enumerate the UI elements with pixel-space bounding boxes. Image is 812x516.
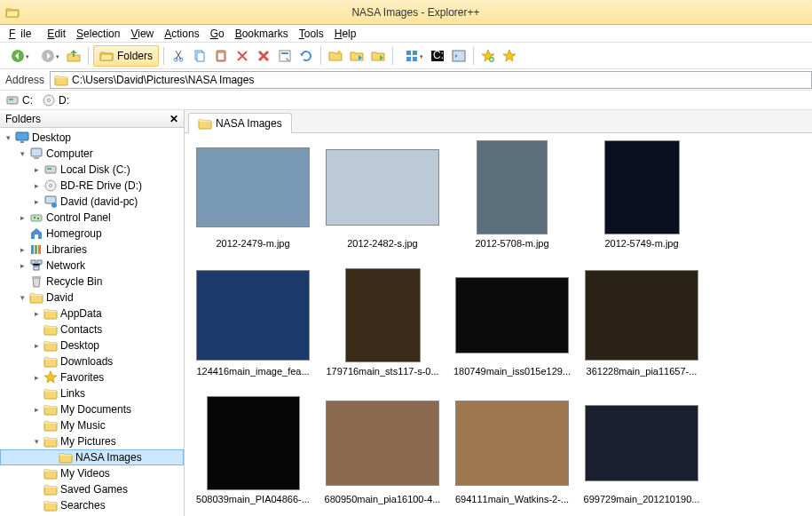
- thumbnail-item[interactable]: 2012-5708-m.jpg: [447, 140, 577, 265]
- refresh-button[interactable]: [296, 46, 316, 66]
- netpc-icon: [43, 194, 58, 209]
- menu-selection[interactable]: Selection: [71, 26, 125, 42]
- folder-icon: [43, 306, 58, 321]
- thumbnail-item[interactable]: 2012-5749-m.jpg: [577, 140, 706, 265]
- tree-item-favorites[interactable]: ▸Favorites: [0, 369, 184, 385]
- thumbnail-item[interactable]: 179716main_sts117-s-0...: [318, 268, 447, 393]
- cd-icon: [43, 179, 58, 193]
- drive-c[interactable]: C:: [5, 93, 33, 107]
- tree-item-downloads[interactable]: ▸Downloads: [0, 353, 184, 369]
- tree-twisty[interactable]: ▸: [32, 197, 42, 207]
- folders-toggle-button[interactable]: Folders: [93, 45, 159, 67]
- menu-view[interactable]: View: [125, 26, 159, 42]
- tree-label: Links: [60, 387, 85, 400]
- tree-twisty[interactable]: ▸: [18, 245, 28, 255]
- tree-twisty[interactable]: ▸: [32, 309, 42, 319]
- tree-item-mymusic[interactable]: ▸My Music: [0, 417, 184, 433]
- menu-actions[interactable]: Actions: [159, 26, 204, 42]
- tree-item-david[interactable]: ▾David: [0, 290, 184, 306]
- cut-button[interactable]: [169, 46, 188, 66]
- back-button[interactable]: [4, 46, 32, 66]
- menu-help[interactable]: Help: [329, 26, 362, 42]
- address-field[interactable]: C:\Users\David\Pictures\NASA Images: [50, 71, 812, 89]
- tree-item-myvideos[interactable]: ▸My Videos: [0, 465, 184, 481]
- tree-item-mydocs[interactable]: ▸My Documents: [0, 401, 184, 417]
- tree-twisty[interactable]: ▾: [18, 149, 28, 159]
- tree-twisty[interactable]: ▸: [32, 373, 42, 383]
- tree-item-local_disk[interactable]: ▸Local Disk (C:): [0, 162, 184, 178]
- move-to-button[interactable]: [368, 46, 388, 66]
- tree-twisty[interactable]: ▸: [32, 181, 42, 191]
- star-icon: [43, 370, 58, 385]
- tree-item-appdata[interactable]: ▸AppData: [0, 306, 184, 322]
- tree-label: My Documents: [60, 403, 131, 416]
- tree-item-searches[interactable]: ▸Searches: [0, 497, 184, 513]
- tree-item-desktop2[interactable]: ▸Desktop: [0, 337, 184, 353]
- delete-perm-icon: [256, 49, 271, 63]
- tree-item-mypics[interactable]: ▾My Pictures: [0, 433, 184, 449]
- thumbnail-item[interactable]: 361228main_pia11657-...: [577, 268, 706, 393]
- cmd-button[interactable]: [428, 46, 447, 66]
- folder-icon: [43, 402, 58, 417]
- tree-item-nasa[interactable]: ▸NASA Images: [0, 449, 184, 465]
- menu-file[interactable]: File: [4, 26, 42, 42]
- thumbnail-item[interactable]: 680950main_pia16100-4...: [318, 396, 447, 516]
- tree-item-computer[interactable]: ▾Computer: [0, 146, 184, 162]
- delete-button[interactable]: [233, 46, 252, 66]
- add-bookmark-button[interactable]: [478, 46, 498, 66]
- tree-twisty[interactable]: ▾: [18, 293, 28, 303]
- tree-item-control_panel[interactable]: ▸Control Panel: [0, 210, 184, 226]
- properties-button[interactable]: [275, 46, 295, 66]
- thumbnail-item[interactable]: 180749main_iss015e129...: [447, 268, 577, 393]
- tree-item-bdre[interactable]: ▸BD-RE Drive (D:): [0, 178, 184, 194]
- tree-item-libraries[interactable]: ▸Libraries: [0, 242, 184, 258]
- thumbnail-item[interactable]: 2012-2482-s.jpg: [318, 140, 447, 265]
- tree-item-david_pc[interactable]: ▸David (david-pc): [0, 194, 184, 210]
- thumbnail-item[interactable]: 694111main_Watkins-2-...: [447, 396, 577, 516]
- thumbnail-item[interactable]: 2012-2479-m.jpg: [188, 140, 318, 265]
- delete-perm-button[interactable]: [254, 46, 273, 66]
- tree-twisty[interactable]: ▾: [4, 133, 13, 143]
- bookmarks-button[interactable]: [500, 46, 519, 66]
- up-button[interactable]: [64, 46, 83, 66]
- new-folder-icon: [328, 49, 343, 63]
- tree-twisty[interactable]: ▸: [18, 261, 28, 271]
- tree-item-recycle[interactable]: ▸Recycle Bin: [0, 274, 184, 290]
- tree-item-contacts[interactable]: ▸Contacts: [0, 322, 184, 337]
- close-panel-button[interactable]: ✕: [169, 113, 178, 125]
- drive-d[interactable]: D:: [42, 93, 69, 107]
- thumbnails-view[interactable]: 2012-2479-m.jpg2012-2482-s.jpg2012-5708-…: [185, 133, 812, 516]
- menu-bookmarks[interactable]: Bookmarks: [230, 26, 294, 42]
- address-path: C:\Users\David\Pictures\NASA Images: [72, 74, 254, 86]
- thumbnail-item[interactable]: 124416main_image_fea...: [188, 268, 318, 393]
- vcmd-button[interactable]: [449, 46, 469, 66]
- tree-label: AppData: [60, 307, 102, 320]
- new-folder-button[interactable]: [326, 46, 345, 66]
- menu-tools[interactable]: Tools: [294, 26, 329, 42]
- tree-twisty[interactable]: ▸: [32, 165, 42, 175]
- tree-item-saved[interactable]: ▸Saved Games: [0, 481, 184, 497]
- tree-item-links[interactable]: ▸Links: [0, 385, 184, 401]
- tab-nasa-images[interactable]: NASA Images: [188, 113, 292, 133]
- folder-tree[interactable]: ▾Desktop▾Computer▸Local Disk (C:)▸BD-RE …: [0, 128, 184, 516]
- thumbnail-item[interactable]: 699729main_201210190...: [577, 396, 706, 516]
- thumbnail-item[interactable]: 508039main_PIA04866-...: [188, 396, 318, 516]
- tree-twisty[interactable]: ▸: [18, 213, 28, 223]
- tree-twisty[interactable]: ▸: [32, 405, 42, 415]
- folder-icon: [29, 290, 43, 305]
- tree-twisty[interactable]: ▸: [32, 341, 42, 351]
- tree-twisty[interactable]: ▾: [32, 437, 42, 447]
- tree-label: Favorites: [60, 371, 104, 384]
- tree-item-homegroup[interactable]: ▸Homegroup: [0, 226, 184, 242]
- copy-to-button[interactable]: [347, 46, 367, 66]
- tree-item-network[interactable]: ▸Network: [0, 258, 184, 274]
- paste-button[interactable]: [211, 46, 231, 66]
- tree-item-desktop[interactable]: ▾Desktop: [0, 130, 184, 146]
- forward-button[interactable]: [34, 46, 62, 66]
- copy-button[interactable]: [190, 46, 209, 66]
- net-icon: [29, 258, 43, 273]
- menu-go[interactable]: Go: [205, 26, 230, 42]
- menu-edit[interactable]: Edit: [42, 26, 71, 42]
- thumbnail-image: [326, 149, 439, 226]
- views-button[interactable]: [398, 46, 426, 66]
